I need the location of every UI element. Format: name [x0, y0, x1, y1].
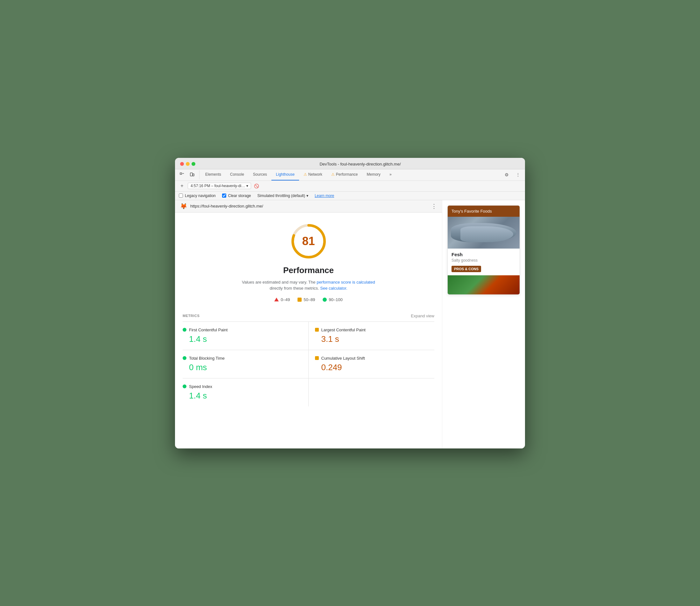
toolbar-right: ⚙ ⋮	[502, 170, 523, 179]
tab-console[interactable]: Console	[225, 169, 248, 181]
title-bar: DevTools - foul-heavenly-direction.glitc…	[175, 158, 525, 169]
score-section: 81 Performance Values are estimated and …	[183, 213, 434, 308]
tbt-name: Total Blocking Time	[189, 356, 225, 360]
cls-name: Cumulative Layout Shift	[321, 356, 365, 360]
url-more-button[interactable]: ⋮	[431, 203, 437, 210]
preview-food-desc: Salty goodness	[452, 258, 516, 262]
session-dropdown-icon: ▾	[246, 184, 248, 188]
settings-icon[interactable]: ⚙	[502, 170, 511, 179]
tab-network[interactable]: ⚠ Network	[299, 169, 327, 181]
performance-score-link[interactable]: performance score is calculated	[317, 280, 375, 284]
tab-list: Elements Console Sources Lighthouse ⚠ Ne…	[201, 169, 396, 181]
svg-rect-0	[180, 173, 182, 174]
metric-empty	[309, 378, 435, 406]
tab-performance[interactable]: ⚠ Performance	[327, 169, 362, 181]
score-value: 81	[302, 235, 315, 248]
metrics-grid: First Contentful Paint 1.4 s Largest Con…	[183, 322, 434, 406]
preview-food-name: Fesh	[452, 252, 516, 257]
device-icon[interactable]	[188, 170, 197, 179]
fcp-status-icon	[183, 328, 187, 332]
metrics-section: METRICS Expand view First Contentful Pai…	[183, 308, 434, 406]
fcp-value: 1.4 s	[183, 334, 302, 344]
add-session-button[interactable]: +	[179, 183, 185, 189]
traffic-lights	[180, 162, 195, 166]
lcp-name: Largest Contentful Paint	[321, 327, 366, 332]
preview-info: Fesh Salty goodness PROS & CONS	[448, 249, 520, 275]
good-range-icon	[323, 298, 327, 302]
left-panel: 🦊 https://foul-heavenly-direction.glitch…	[175, 200, 442, 448]
inspect-icon[interactable]	[177, 170, 187, 179]
tbt-status-icon	[183, 356, 187, 360]
url-favicon: 🦊	[180, 203, 187, 210]
performance-warning-icon: ⚠	[331, 172, 335, 177]
preview-food-image	[448, 217, 520, 249]
metric-cls: Cumulative Layout Shift 0.249	[309, 350, 435, 378]
pros-cons-button[interactable]: PROS & CONS	[452, 266, 481, 272]
session-label[interactable]: 4:57:16 PM – foul-heavenly-di… ▾	[188, 183, 251, 189]
medium-range-icon	[297, 298, 301, 302]
right-panel: Tony's Favorite Foods Fesh Salty goodnes…	[442, 200, 525, 448]
tab-more[interactable]: »	[385, 169, 396, 181]
learn-more-link[interactable]: Learn more	[315, 193, 334, 198]
options-bar: Legacy navigation Clear storage Simulate…	[175, 192, 525, 200]
svg-rect-3	[193, 174, 194, 176]
tab-memory[interactable]: Memory	[362, 169, 385, 181]
calculator-link[interactable]: See calculator.	[320, 286, 347, 290]
legend-medium: 50–89	[297, 297, 315, 302]
cls-status-icon	[315, 356, 319, 360]
preview-card: Tony's Favorite Foods Fesh Salty goodnes…	[448, 205, 520, 295]
tbt-value: 0 ms	[183, 363, 302, 372]
metric-fcp: First Contentful Paint 1.4 s	[183, 322, 309, 350]
score-legend: 0–49 50–89 90–100	[274, 297, 342, 302]
network-warning-icon: ⚠	[304, 172, 307, 177]
score-description: Values are estimated and may vary. The p…	[242, 279, 376, 292]
more-options-icon[interactable]: ⋮	[513, 170, 523, 179]
preview-header: Tony's Favorite Foods	[448, 206, 520, 217]
url-text: https://foul-heavenly-direction.glitch.m…	[190, 204, 428, 208]
url-bar: 🦊 https://foul-heavenly-direction.glitch…	[175, 200, 442, 213]
legacy-navigation-checkbox[interactable]	[179, 193, 183, 197]
delete-session-button[interactable]: 🚫	[254, 183, 259, 189]
cls-value: 0.249	[315, 363, 435, 372]
tab-toolbar: Elements Console Sources Lighthouse ⚠ Ne…	[175, 169, 525, 181]
metric-si: Speed Index 1.4 s	[183, 378, 309, 406]
window-title: DevTools - foul-heavenly-direction.glitc…	[200, 162, 520, 166]
legacy-navigation-option[interactable]: Legacy navigation	[179, 193, 216, 198]
preview-bottom-image	[448, 275, 520, 295]
si-value: 1.4 s	[183, 391, 302, 401]
fish-decoration-2	[460, 226, 513, 242]
metrics-label: METRICS	[183, 314, 199, 318]
si-name: Speed Index	[189, 384, 212, 389]
metric-lcp: Largest Contentful Paint 3.1 s	[309, 322, 435, 350]
expand-view-button[interactable]: Expand view	[411, 313, 434, 318]
fcp-name: First Contentful Paint	[189, 327, 227, 332]
tab-elements[interactable]: Elements	[201, 169, 225, 181]
si-status-icon	[183, 384, 187, 388]
throttle-select[interactable]: Simulated throttling (default) ▾	[258, 193, 308, 198]
main-content: 🦊 https://foul-heavenly-direction.glitch…	[175, 200, 525, 448]
clear-storage-option[interactable]: Clear storage	[222, 193, 251, 198]
secondary-toolbar: + 4:57:16 PM – foul-heavenly-di… ▾ 🚫	[175, 181, 525, 192]
bad-range-icon	[274, 298, 279, 301]
devtools-window: DevTools - foul-heavenly-direction.glitc…	[175, 158, 525, 448]
tab-lighthouse[interactable]: Lighthouse	[271, 169, 299, 181]
score-circle: 81	[290, 222, 328, 260]
score-title: Performance	[283, 265, 334, 275]
lcp-status-icon	[315, 328, 319, 332]
metric-tbt: Total Blocking Time 0 ms	[183, 350, 309, 378]
svg-rect-2	[190, 173, 193, 176]
throttle-dropdown-icon: ▾	[307, 193, 308, 198]
clear-storage-checkbox[interactable]	[222, 193, 226, 197]
toolbar-icons	[177, 170, 199, 179]
close-button[interactable]	[180, 162, 184, 166]
lcp-value: 3.1 s	[315, 334, 435, 344]
maximize-button[interactable]	[192, 162, 195, 166]
legend-bad: 0–49	[274, 297, 290, 302]
metrics-header: METRICS Expand view	[183, 313, 434, 322]
minimize-button[interactable]	[186, 162, 190, 166]
legend-good: 90–100	[323, 297, 342, 302]
tab-sources[interactable]: Sources	[248, 169, 271, 181]
